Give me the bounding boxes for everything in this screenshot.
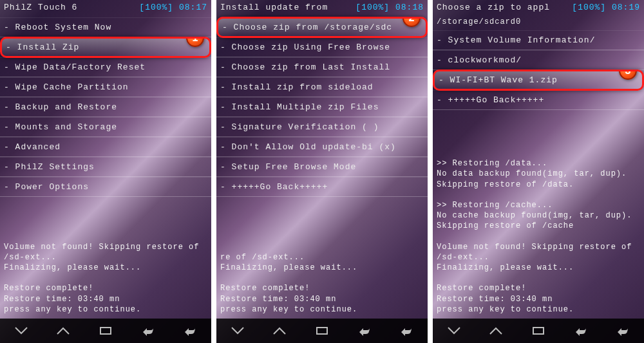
console-log: Volume not found! Skipping restore of /s…: [0, 197, 211, 319]
menu-item-power[interactable]: - Power Options: [0, 177, 211, 197]
nav-up-icon[interactable]: [486, 324, 506, 338]
menu-item-backup[interactable]: - Backup and Restore: [0, 97, 211, 117]
menu-item-clockworkmod[interactable]: - clockworkmod/: [433, 50, 644, 70]
time: 08:17: [179, 3, 207, 12]
menu-item-free-browse[interactable]: - Choose zip Using Free Browse: [216, 37, 428, 57]
time: 08:19: [612, 3, 640, 12]
menu-item-wipe-data[interactable]: - Wipe Data/Factory Reset: [0, 57, 211, 77]
nav-up-icon[interactable]: [269, 324, 290, 338]
menu-item-sig-verify[interactable]: - Signature Verification ( ): [216, 117, 428, 137]
menu-item-sideload[interactable]: - Install zip from sideload: [216, 77, 428, 97]
menu-item-label: - Install Zip: [6, 42, 79, 52]
navbar: [216, 319, 428, 343]
recovery-title: Choose a zip to appl: [437, 3, 550, 12]
nav-back2-icon[interactable]: [180, 324, 200, 338]
battery: [100%]: [355, 3, 390, 12]
battery: [100%]: [572, 3, 606, 12]
nav-select-icon[interactable]: [312, 324, 332, 338]
menu-item-philz-settings[interactable]: - PhilZ Settings: [0, 157, 211, 177]
svg-rect-0: [100, 328, 111, 334]
status: [100%] 08:17: [137, 3, 207, 12]
menu-item-choose-zip-storage[interactable]: 2 - Choose zip from /storage/sdc: [216, 17, 428, 38]
current-path: /storage/sdcard0: [433, 17, 644, 30]
navbar: [433, 319, 644, 343]
nav-select-icon[interactable]: [528, 324, 549, 338]
status: [100%] 08:18: [353, 3, 424, 12]
recovery-title: PhilZ Touch 6: [4, 3, 77, 12]
menu-item-old-update[interactable]: - Don't Allow Old update-bi (x): [216, 137, 428, 157]
header: Choose a zip to appl [100%] 08:19: [433, 0, 644, 17]
status: [100%] 08:19: [569, 3, 640, 12]
header: PhilZ Touch 6 [100%] 08:17: [0, 0, 211, 17]
nav-back2-icon[interactable]: [396, 324, 417, 338]
recovery-title: Install update from: [220, 3, 328, 12]
nav-back-icon[interactable]: [571, 324, 591, 338]
nav-back-icon[interactable]: [138, 324, 158, 338]
navbar: [0, 319, 211, 343]
battery: [100%]: [139, 3, 173, 12]
screen-3: Choose a zip to appl [100%] 08:19 /stora…: [433, 0, 644, 343]
nav-up-icon[interactable]: [53, 324, 73, 338]
menu-item-label: - Choose zip from /storage/sdc: [222, 23, 392, 32]
menu-item-label: - WI-FI+BT Wave 1.zip: [439, 75, 558, 85]
menu-item-reboot[interactable]: - Reboot System Now: [0, 17, 211, 37]
menu-item-install-zip[interactable]: 1 - Install Zip: [0, 37, 211, 58]
menu-item-setup-browse[interactable]: - Setup Free Browse Mode: [216, 157, 428, 177]
menu-item-go-back[interactable]: - +++++Go Back+++++: [216, 177, 428, 197]
step-badge-1: 1: [186, 37, 204, 47]
svg-rect-2: [533, 328, 544, 334]
menu: 2 - Choose zip from /storage/sdc - Choos…: [216, 17, 428, 197]
menu: - System Volume Information/ - clockwork…: [433, 30, 644, 110]
menu: - Reboot System Now 1 - Install Zip - Wi…: [0, 17, 211, 197]
step-badge-2: 2: [402, 17, 421, 27]
menu-item-sys-vol[interactable]: - System Volume Information/: [433, 30, 644, 50]
console-log: >> Restoring /data... No data backup fou…: [433, 110, 644, 319]
menu-item-target-zip[interactable]: 3 - WI-FI+BT Wave 1.zip: [433, 70, 644, 91]
nav-down-icon[interactable]: [11, 324, 32, 338]
time: 08:18: [395, 3, 424, 12]
nav-back-icon[interactable]: [354, 324, 375, 338]
menu-item-mounts[interactable]: - Mounts and Storage: [0, 117, 211, 137]
nav-back2-icon[interactable]: [612, 324, 633, 338]
nav-down-icon[interactable]: [444, 324, 464, 338]
nav-select-icon[interactable]: [95, 324, 116, 338]
step-badge-3: 3: [619, 70, 637, 80]
svg-rect-1: [317, 328, 327, 334]
header: Install update from [100%] 08:18: [216, 0, 428, 17]
screen-1: PhilZ Touch 6 [100%] 08:17 - Reboot Syst…: [0, 0, 211, 343]
menu-item-multi-zip[interactable]: - Install Multiple zip Files: [216, 97, 428, 117]
console-log: re of /sd-ext... Finalizing, please wait…: [216, 197, 428, 319]
menu-item-last-install[interactable]: - Choose zip from Last Install: [216, 57, 428, 77]
nav-down-icon[interactable]: [227, 324, 248, 338]
menu-item-wipe-cache[interactable]: - Wipe Cache Partition: [0, 77, 211, 97]
menu-item-advanced[interactable]: - Advanced: [0, 137, 211, 157]
screen-2: Install update from [100%] 08:18 2 - Cho…: [216, 0, 428, 343]
menu-item-go-back[interactable]: - +++++Go Back+++++: [433, 90, 644, 110]
